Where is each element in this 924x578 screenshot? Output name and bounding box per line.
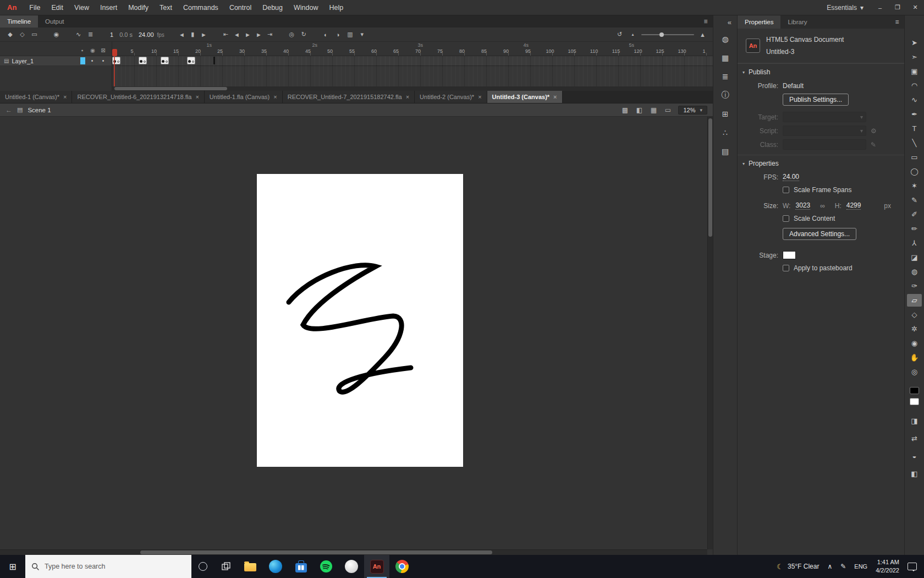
align-icon[interactable]: ≣ [717,69,734,84]
taskbar-app-file-explorer[interactable] [238,555,263,578]
menu-item[interactable]: View [69,0,95,15]
timeline-panel-menu-icon[interactable]: ≡ [698,15,713,28]
cc-libraries-icon[interactable]: ◍ [717,31,734,46]
grid-overlay-icon[interactable]: ▦ [648,105,659,115]
timeline-ruler-frames[interactable]: 5101520253035404550556065707580859095100… [112,48,713,56]
timeline-zoom-knob[interactable] [659,32,664,37]
scale-frame-spans-checkbox[interactable] [783,187,789,193]
weather-text[interactable]: 35°F Clear [788,563,820,570]
expand-panels-icon[interactable]: « [728,15,737,28]
horizontal-scrollbar-thumb[interactable] [140,550,492,554]
go-to-last-frame-icon[interactable]: ⇥ [265,30,274,40]
taskbar-app-microsoft-store[interactable] [288,555,314,578]
library-panel-icon[interactable]: ▤ [717,144,734,159]
menu-item[interactable]: Window [288,0,323,15]
rotate-stage-icon[interactable]: ◧ [634,105,645,115]
vertical-scrollbar-thumb[interactable] [708,118,712,237]
step-back-icon[interactable]: ◄ [232,30,241,40]
insert-blank-keyframe-icon[interactable]: ◇ [18,30,27,40]
task-view-button[interactable] [215,555,238,578]
onion-skin-outlines-icon[interactable]: ◑ [333,30,343,40]
clip-content-outside-stage-icon[interactable]: ▩ [619,105,630,115]
loop-playback-icon[interactable]: ↻ [299,30,309,40]
properties-panel-menu-icon[interactable]: ≡ [890,15,904,29]
selection-tool[interactable]: ➤ [907,36,922,49]
stage[interactable] [257,174,463,467]
edit-class-icon[interactable]: ✎ [871,141,876,149]
shrink-frames-icon[interactable]: ▴ [628,30,637,40]
hand-tool[interactable]: ✋ [907,351,922,364]
edit-script-settings-icon[interactable]: ⚙ [871,127,877,135]
stage-zoom-select[interactable]: 12% ▾ [678,106,707,114]
zoom-tool[interactable]: ◎ [907,366,922,378]
frame-span-end[interactable] [213,57,215,64]
close-tab-icon[interactable]: × [273,94,277,100]
default-colors-icon[interactable]: ◨ [907,415,922,427]
tab-timeline[interactable]: Timeline [0,15,38,28]
document-tab[interactable]: Untitled-3 (Canvas)* × [487,91,563,103]
stroke-color-swatch[interactable] [910,387,919,394]
restore-button[interactable]: ❐ [889,0,906,15]
paint-bucket-tool[interactable]: ◪ [907,251,922,264]
class-field[interactable] [783,139,866,150]
swap-colors-icon[interactable]: ⇄ [907,432,922,445]
windows-ink-icon[interactable]: ✎ [840,563,846,570]
properties-section-header[interactable]: ▾ Properties [738,155,904,171]
minimize-button[interactable]: – [871,0,889,15]
subselection-tool[interactable]: ➣ [907,51,922,63]
hidden-icons-chevron[interactable]: ∧ [827,563,832,570]
enlarge-frames-icon[interactable]: ▲ [698,30,707,40]
workspace-switcher[interactable]: Essentials ▾ [819,4,871,12]
stage-color-swatch[interactable] [783,251,796,259]
clock[interactable]: 1:41 AM 4/2/2022 [876,558,899,575]
paint-brush-tool[interactable]: ✐ [907,208,922,221]
polystar-tool[interactable]: ✶ [907,179,922,192]
publish-section-header[interactable]: ▾ Publish [738,63,904,79]
previous-keyframe-icon[interactable]: ◄ [177,30,186,40]
menu-item[interactable]: File [24,0,46,15]
publish-settings-button[interactable]: Publish Settings... [783,94,849,106]
menu-item[interactable]: Text [154,0,178,15]
menu-item[interactable]: Debug [257,0,288,15]
next-keyframe-icon[interactable]: ► [199,30,208,40]
free-transform-tool[interactable]: ▣ [907,65,922,78]
current-frame-marker-icon[interactable]: ▮ [188,30,197,40]
rectangle-tool[interactable]: ▭ [907,151,922,163]
onion-skin-icon[interactable]: ◐ [321,30,331,40]
keyframe-marker[interactable] [139,57,147,64]
timeline-frames-area[interactable]: 1s2s3s4s5s 51015202530354045505560657075… [112,42,713,91]
advanced-settings-button[interactable]: Advanced Settings... [783,228,856,240]
tab-output[interactable]: Output [38,15,72,28]
keyframe-marker[interactable] [161,57,169,64]
menu-item[interactable]: Edit [46,0,69,15]
ink-bottle-tool[interactable]: ◍ [907,265,922,278]
script-select[interactable]: ▾ [783,126,866,136]
height-value-field[interactable]: 4299 [846,201,861,210]
info-icon[interactable]: ⓘ [717,88,734,102]
fluid-brush-tool[interactable]: ∿ [907,94,922,106]
lock-layers-icon[interactable]: ⊠ [99,47,107,53]
cortana-button[interactable] [191,555,215,578]
oval-tool[interactable]: ◯ [907,165,922,178]
layer-row[interactable]: ▤ Layer_1 • • [0,56,112,66]
classic-brush-tool[interactable]: ✏ [907,222,922,235]
bone-tool[interactable]: ⅄ [907,237,922,249]
transform-icon[interactable]: ⊞ [717,106,734,121]
pen-tool[interactable]: ✒ [907,108,922,121]
show-hide-layers-icon[interactable]: ◉ [89,47,97,53]
menu-item[interactable]: Insert [95,0,123,15]
layer-visibility-dot[interactable]: • [88,58,96,64]
layer-frames-row[interactable] [112,56,713,66]
insert-frame-icon[interactable]: ▭ [30,30,39,40]
scale-content-checkbox[interactable] [783,215,789,222]
taskbar-app-spotify[interactable] [314,555,339,578]
start-button[interactable]: ⊞ [0,555,25,578]
line-tool[interactable]: ╲ [907,137,922,149]
scene-name[interactable]: Scene 1 [28,107,51,113]
eyedropper-tool[interactable]: ✑ [907,280,922,292]
menu-item[interactable]: Modify [123,0,154,15]
menu-item[interactable]: Control [224,0,257,15]
close-tab-icon[interactable]: × [195,94,199,100]
timeline-zoom-slider[interactable] [641,34,694,35]
close-button[interactable]: ✕ [906,0,924,15]
